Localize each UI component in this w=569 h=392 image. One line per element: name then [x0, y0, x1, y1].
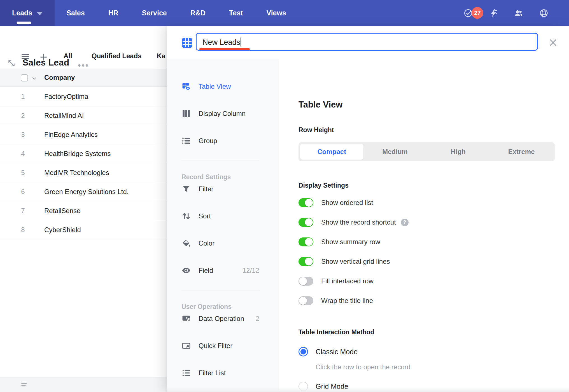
sidebar-item-table-view[interactable]: Table View: [181, 79, 259, 94]
row-height-option-medium[interactable]: Medium: [363, 144, 427, 160]
table-row[interactable]: 1FactoryOptima: [0, 87, 185, 106]
toggle-label: Show ordered list: [321, 199, 373, 207]
magic-bolt-icon[interactable]: [489, 9, 498, 18]
nav-tab-leads[interactable]: Leads: [0, 0, 55, 26]
text-caret: [241, 38, 241, 46]
sort-icon: [181, 211, 191, 221]
summary-bar: [0, 377, 185, 392]
sidebar-item-sort[interactable]: Sort: [181, 208, 259, 224]
close-icon[interactable]: [548, 38, 558, 47]
table-row[interactable]: 7RetailSense: [0, 201, 185, 220]
nav-tab-sales[interactable]: Sales: [55, 0, 96, 26]
sidebar-item-label: Field: [199, 267, 213, 274]
view-tab-all[interactable]: All: [64, 52, 72, 60]
row-number: 5: [16, 163, 30, 182]
toggle-on[interactable]: [299, 257, 313, 266]
toggle-row-show-the-record-shortcut[interactable]: Show the record shortcut?: [299, 218, 551, 227]
summary-equals-icon[interactable]: [21, 383, 27, 388]
check-circle-icon[interactable]: 27: [464, 9, 473, 18]
table-grid-icon: [181, 37, 193, 48]
radio-unselected-icon[interactable]: [299, 382, 308, 391]
toggle-off[interactable]: [299, 277, 313, 286]
nav-tab-views[interactable]: Views: [255, 0, 298, 26]
radio-option-grid-mode[interactable]: Grid Mode: [299, 382, 562, 391]
chevron-down-icon[interactable]: [31, 76, 37, 81]
people-icon[interactable]: [514, 9, 523, 18]
table-header: Company: [0, 69, 185, 87]
radio-selected-icon[interactable]: [299, 347, 308, 356]
view-settings-panel: New Leads Table ViewDisplay ColumnGroupR…: [167, 26, 569, 392]
toggle-knob: [305, 199, 313, 207]
nav-actions: 27: [464, 0, 569, 26]
view-name-input[interactable]: New Leads: [196, 33, 538, 51]
settings-sidebar: Table ViewDisplay ColumnGroupRecord Sett…: [167, 59, 279, 392]
toggle-label: Wrap the title line: [321, 297, 373, 305]
nav-tab-label: HR: [108, 9, 118, 17]
toggle-row-wrap-the-title-line[interactable]: Wrap the title line: [299, 296, 551, 305]
row-height-option-extreme[interactable]: Extreme: [490, 144, 553, 160]
sidebar-item-group[interactable]: Group: [181, 133, 259, 149]
select-all-checkbox[interactable]: [21, 74, 28, 81]
toggle-on[interactable]: [299, 198, 313, 207]
toggle-on[interactable]: [299, 218, 313, 227]
nav-tab-rd[interactable]: R&D: [179, 0, 217, 26]
column-header-company[interactable]: Company: [44, 74, 75, 81]
toggle-row-show-ordered-list[interactable]: Show ordered list: [299, 198, 551, 207]
row-height-option-high[interactable]: High: [427, 144, 490, 160]
row-number: 6: [16, 182, 30, 201]
help-icon[interactable]: ?: [401, 219, 409, 226]
nav-tab-test[interactable]: Test: [217, 0, 255, 26]
add-view-icon[interactable]: [39, 53, 48, 62]
sidebar-group: Table ViewDisplay ColumnGroup: [181, 79, 259, 149]
view-tab-qualifiedleads[interactable]: Qualified Leads: [92, 52, 142, 60]
nav-tab-hr[interactable]: HR: [97, 0, 130, 26]
radio-label: Classic Mode: [316, 348, 358, 356]
sidebar-divider: [181, 290, 259, 290]
view-list-icon[interactable]: [21, 53, 29, 61]
filter-list-icon: [181, 368, 191, 378]
row-number: 1: [16, 87, 30, 106]
table-row[interactable]: 5MediVR Technologies: [0, 163, 185, 182]
table-row[interactable]: 2RetailMind AI: [0, 106, 185, 125]
table-row[interactable]: 8CyberShield: [0, 220, 185, 239]
sidebar-item-label: Group: [199, 137, 217, 145]
toggle-row-show-vertical-grid-lines[interactable]: Show vertical grid lines: [299, 257, 551, 266]
sidebar-item-display-column[interactable]: Display Column: [181, 106, 259, 122]
nav-tab-label: Service: [142, 9, 167, 17]
sidebar-item-label: Filter List: [199, 369, 226, 377]
top-nav: LeadsSalesHRServiceR&DTestViews 27: [0, 0, 569, 26]
toggle-label: Show vertical grid lines: [321, 258, 390, 265]
sidebar-item-quick-filter[interactable]: Quick Filter: [181, 338, 259, 354]
sidebar-item-data-operation[interactable]: Data Operation2: [181, 311, 259, 326]
table-row[interactable]: 6Green Energy Solutions Ltd.: [0, 182, 185, 201]
sidebar-item-filter-list[interactable]: Filter List: [181, 365, 259, 381]
toggle-on[interactable]: [299, 237, 313, 246]
table-row[interactable]: 4HealthBridge Systems: [0, 144, 185, 163]
sidebar-item-color[interactable]: Color: [181, 235, 259, 251]
sidebar-group: User OperationsData Operation2Quick Filt…: [181, 290, 259, 381]
nav-tab-service[interactable]: Service: [130, 0, 179, 26]
radio-label: Grid Mode: [316, 382, 348, 391]
toggle-off[interactable]: [299, 296, 313, 305]
globe-icon[interactable]: [539, 9, 548, 18]
panel-header: New Leads: [167, 26, 569, 59]
company-cell: RetailMind AI: [44, 106, 84, 125]
row-height-option-compact[interactable]: Compact: [300, 144, 363, 160]
sidebar-item-label: Data Operation: [199, 315, 244, 323]
table-row[interactable]: 3FinEdge Analytics: [0, 125, 185, 144]
view-tab-ka[interactable]: Ka: [157, 52, 165, 60]
sidebar-item-field[interactable]: Field12/12: [181, 263, 259, 278]
chevron-down-icon: [37, 12, 43, 15]
sidebar-item-filter[interactable]: Filter: [181, 181, 259, 197]
sidebar-divider: [181, 160, 259, 160]
toggle-row-show-summary-row[interactable]: Show summary row: [299, 237, 551, 246]
company-cell: RetailSense: [44, 201, 80, 220]
toggle-row-fill-interlaced-row[interactable]: Fill interlaced row: [299, 277, 551, 286]
radio-option-classic-mode[interactable]: Classic Mode: [299, 347, 562, 356]
sidebar-item-label: Quick Filter: [199, 342, 232, 350]
row-height-segmented-control: CompactMediumHighExtreme: [299, 142, 555, 161]
nav-tab-label: Test: [229, 9, 243, 17]
toggle-label: Show summary row: [321, 238, 380, 246]
sidebar-item-label: Table View: [199, 83, 231, 90]
toggle-knob: [305, 258, 313, 265]
